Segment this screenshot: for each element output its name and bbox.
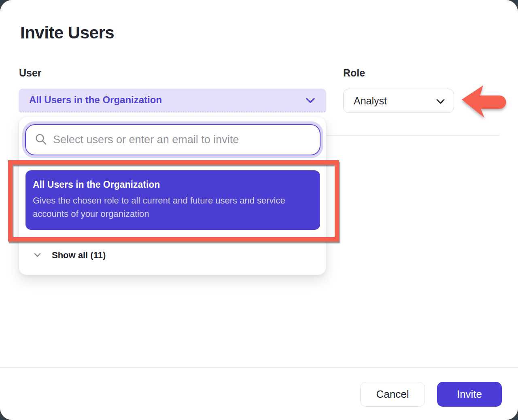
role-select-dropdown[interactable]: Analyst [343, 89, 454, 113]
chevron-down-icon [306, 98, 315, 105]
option-title: All Users in the Organization [33, 179, 313, 190]
chevron-down-icon [34, 252, 41, 259]
invite-users-dialog: Invite Users User Role All Users in the … [0, 0, 518, 420]
option-description: Gives the chosen role to all current and… [33, 194, 311, 221]
user-search-box[interactable] [25, 124, 321, 155]
role-field-label: Role [343, 67, 365, 79]
chevron-down-icon [436, 99, 445, 106]
user-select-value: All Users in the Organization [29, 94, 162, 106]
show-all-toggle[interactable]: Show all (11) [19, 243, 326, 267]
user-search-input[interactable] [53, 134, 313, 146]
user-dropdown-panel: All Users in the Organization Gives the … [19, 117, 326, 275]
option-all-users[interactable]: All Users in the Organization Gives the … [25, 170, 320, 230]
page-title: Invite Users [20, 23, 114, 42]
user-field-label: User [19, 67, 42, 79]
footer-divider [0, 367, 518, 368]
show-all-label: Show all (11) [52, 250, 106, 261]
invite-button[interactable]: Invite [437, 382, 502, 407]
search-icon [35, 133, 47, 147]
red-arrow-annotation [457, 79, 508, 122]
user-select-dropdown[interactable]: All Users in the Organization [19, 89, 326, 112]
cancel-button[interactable]: Cancel [360, 382, 425, 407]
role-select-value: Analyst [354, 95, 387, 107]
